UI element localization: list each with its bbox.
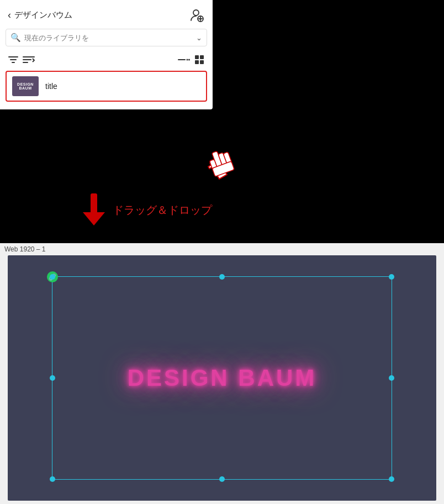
handle-top-center — [219, 274, 225, 280]
handle-top-left — [50, 274, 55, 280]
toolbar — [0, 52, 213, 70]
sort-icon — [22, 54, 35, 65]
drag-drop-instruction: ドラッグ＆ドロップ — [83, 193, 212, 227]
library-panel: ‹ デザインバウム 🔍 ⌄ — [0, 0, 213, 109]
dots-line-icon — [177, 54, 191, 65]
pointing-hand-icon — [198, 143, 239, 184]
filter-icon — [8, 54, 19, 65]
down-arrow-icon — [83, 193, 105, 227]
user-add-icon — [189, 7, 204, 23]
svg-rect-16 — [200, 60, 204, 64]
sort-button[interactable] — [22, 54, 35, 65]
svg-rect-13 — [195, 55, 199, 59]
canvas-label: Web 1920 – 1 — [0, 243, 444, 255]
svg-rect-14 — [200, 55, 204, 59]
svg-point-0 — [193, 10, 199, 15]
handle-bottom-center — [219, 476, 225, 482]
canvas-area[interactable]: 🔗 DESIGN BAUM — [8, 255, 436, 501]
handle-middle-left — [50, 375, 55, 381]
handle-middle-right — [389, 375, 394, 381]
grid-view-button[interactable] — [194, 54, 205, 65]
search-icon: 🔍 — [10, 33, 21, 43]
svg-marker-23 — [83, 212, 105, 225]
chevron-left-icon: ‹ — [8, 10, 11, 20]
dropdown-arrow-icon[interactable]: ⌄ — [196, 34, 202, 42]
search-input[interactable] — [24, 34, 196, 42]
user-account-button[interactable] — [188, 7, 205, 23]
search-bar[interactable]: 🔍 ⌄ — [6, 29, 207, 46]
hand-arrow-indicator — [198, 143, 239, 186]
handle-bottom-right — [389, 476, 394, 482]
drag-drop-text: ドラッグ＆ドロップ — [113, 203, 212, 218]
filter-button[interactable] — [8, 54, 19, 65]
list-item[interactable]: DESIGNBAUM title — [6, 71, 207, 102]
panel-header: ‹ デザインバウム — [0, 0, 213, 29]
panel-title: デザインバウム — [14, 10, 72, 20]
svg-rect-22 — [91, 193, 97, 213]
handle-top-right — [389, 274, 394, 280]
item-label: title — [45, 82, 57, 91]
toolbar-right — [177, 54, 205, 65]
item-thumbnail: DESIGNBAUM — [12, 76, 39, 96]
svg-rect-15 — [195, 60, 199, 64]
toolbar-left — [8, 54, 173, 65]
thumbnail-text: DESIGNBAUM — [17, 82, 34, 90]
grid-icon — [194, 54, 205, 65]
handle-bottom-left — [50, 476, 55, 482]
canvas-section: Web 1920 – 1 🔗 DESIGN BAUM — [0, 243, 444, 504]
svg-point-12 — [188, 59, 190, 61]
more-options-button[interactable] — [177, 54, 191, 65]
back-button[interactable]: ‹ デザインバウム — [8, 10, 72, 20]
canvas-neon-text: DESIGN BAUM — [128, 365, 317, 391]
svg-point-11 — [187, 59, 188, 61]
